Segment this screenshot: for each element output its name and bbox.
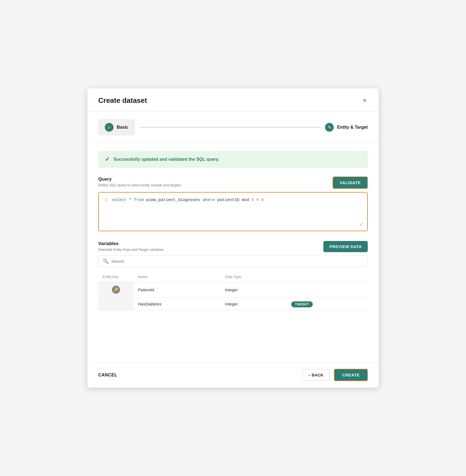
step-entity-target[interactable]: ✎ Entity & Target — [325, 123, 368, 132]
row2-entity-key-cell — [98, 298, 134, 310]
success-message: Successfully updated and validated the S… — [114, 157, 219, 162]
line-number: 1 — [103, 197, 108, 203]
query-editor-wrapper: 1 select * from pima_patient_diagnoses w… — [98, 192, 368, 231]
footer-right: ‹ BACK CREATE — [302, 369, 368, 381]
step-entity-label: Entity & Target — [337, 125, 368, 130]
create-dataset-modal: Create dataset × ✓ Basic ✎ Entity & Targ… — [87, 88, 379, 388]
query-title: Query — [98, 177, 182, 182]
query-header-left: Query Define SQL query to select entity … — [98, 177, 182, 187]
row2-datatype: Integer — [221, 298, 287, 310]
target-badge: TARGET — [291, 301, 313, 307]
row2-badge: TARGET — [287, 298, 368, 310]
step-basic-label: Basic — [117, 125, 128, 130]
create-button[interactable]: CREATE — [334, 369, 368, 381]
variables-section: Variables Selected Entity Keys and Targe… — [98, 241, 368, 310]
query-line-1: 1 select * from pima_patient_diagnoses w… — [103, 197, 363, 203]
query-subtitle: Define SQL query to select entity sample… — [98, 183, 182, 187]
variables-header-left: Variables Selected Entity Keys and Targe… — [98, 241, 164, 252]
row2-name: HasDiabetes — [134, 298, 221, 310]
cancel-button[interactable]: CANCEL — [98, 373, 117, 378]
variables-title: Variables — [98, 241, 164, 246]
table-row: 🔑 PatientId Integer — [98, 282, 368, 298]
modal-footer: CANCEL ‹ BACK CREATE — [87, 362, 379, 388]
back-label: BACK — [312, 373, 323, 377]
step-basic-icon: ✓ — [105, 123, 114, 132]
variables-section-header: Variables Selected Entity Keys and Targe… — [98, 241, 368, 252]
row1-entity-key-cell: 🔑 — [98, 282, 134, 298]
modal-title: Create dataset — [98, 96, 147, 105]
step-basic[interactable]: ✓ Basic — [98, 119, 135, 135]
modal-body: ✓ Successfully updated and validated the… — [87, 142, 379, 362]
back-button[interactable]: ‹ BACK — [302, 369, 330, 381]
step-entity-icon: ✎ — [325, 123, 334, 132]
table-row: HasDiabetes Integer TARGET — [98, 298, 368, 310]
preview-data-button[interactable]: PREVIEW DATA — [323, 241, 368, 252]
col-header-entity-key: Entity Key — [98, 272, 134, 282]
search-icon: 🔍 — [103, 258, 109, 264]
row1-datatype: Integer — [221, 282, 287, 298]
step-connector — [139, 127, 321, 128]
query-editor[interactable]: 1 select * from pima_patient_diagnoses w… — [99, 193, 367, 231]
validate-button[interactable]: VALIDATE — [333, 177, 368, 189]
col-header-name: Name — [134, 272, 221, 282]
success-check-icon: ✓ — [105, 156, 110, 163]
stepper: ✓ Basic ✎ Entity & Target — [87, 112, 379, 142]
sql-content: select * from pima_patient_diagnoses whe… — [112, 197, 264, 203]
variables-subtitle: Selected Entity Keys and Target variable… — [98, 248, 164, 252]
search-bar[interactable]: 🔍 — [98, 255, 368, 267]
query-section-header: Query Define SQL query to select entity … — [98, 177, 368, 189]
close-button[interactable]: × — [362, 96, 368, 105]
row1-name: PatientId — [134, 282, 221, 298]
col-header-datatype: Data Type — [221, 272, 287, 282]
row1-badge — [287, 282, 368, 298]
col-header-actions — [287, 272, 368, 282]
back-chevron-icon: ‹ — [309, 373, 310, 377]
search-input[interactable] — [111, 259, 363, 264]
expand-icon[interactable]: ⤢ — [359, 221, 363, 227]
key-icon: 🔑 — [112, 286, 120, 294]
modal-header: Create dataset × — [87, 88, 379, 112]
variables-table: Entity Key Name Data Type 🔑 PatientId In… — [98, 272, 368, 310]
success-banner: ✓ Successfully updated and validated the… — [98, 151, 368, 168]
